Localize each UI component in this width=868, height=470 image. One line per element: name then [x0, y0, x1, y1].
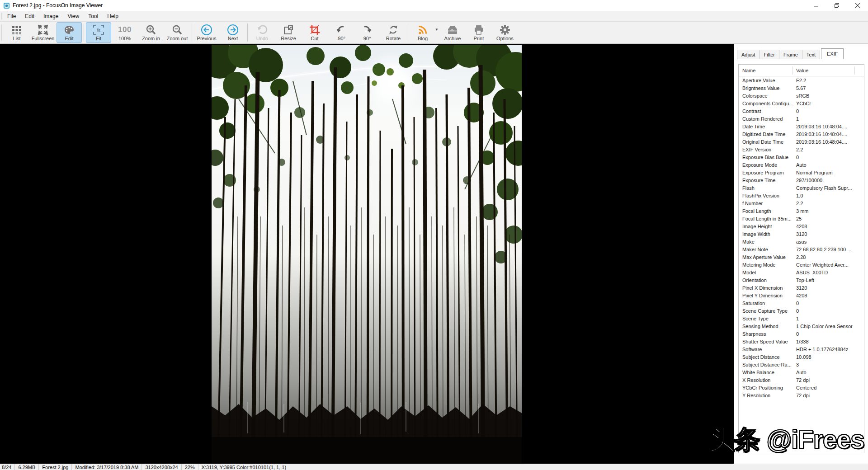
rotate-button[interactable]: Rotate [381, 22, 406, 43]
image-canvas[interactable] [0, 44, 734, 464]
zoom-in-button[interactable]: Zoom in [138, 22, 164, 43]
exif-column-header-name[interactable]: Name [739, 66, 793, 75]
exif-name-cell: Y Resolution [739, 393, 793, 398]
exif-value-cell: Compulsory Flash Supr... [793, 185, 864, 191]
print-button[interactable]: Print [466, 22, 491, 43]
fullscreen-button[interactable]: Fullscreen [30, 22, 56, 43]
exif-value-cell: 4208 [793, 224, 864, 229]
exif-row[interactable]: Model ASUS_X00TD [739, 268, 864, 276]
exif-value-cell: 1 [793, 116, 864, 122]
resize-button[interactable]: Resize [276, 22, 301, 43]
exif-row[interactable]: X Resolution 72 dpi [739, 376, 864, 384]
exif-name-cell: Subject Distance Ra... [739, 362, 793, 367]
menu-tool[interactable]: Tool [84, 11, 103, 21]
exif-row[interactable]: Scene Capture Type 0 [739, 307, 864, 315]
exif-column-header-value[interactable]: Value [793, 66, 855, 75]
tab-frame[interactable]: Frame [779, 50, 802, 59]
tab-filter[interactable]: Filter [760, 50, 779, 59]
exif-value-cell: 297/100000 [793, 178, 864, 183]
exif-row[interactable]: Original Date Time 2019:03:16 10:48:04..… [739, 138, 864, 146]
next-button[interactable]: Next [220, 22, 245, 43]
exif-row[interactable]: Exposure Mode Auto [739, 161, 864, 169]
blog-button[interactable]: Blog [410, 22, 435, 43]
close-button[interactable] [847, 0, 868, 11]
tab-adjust[interactable]: Adjust [737, 50, 760, 59]
exif-row[interactable]: FlashPix Version 1.0 [739, 192, 864, 199]
menu-edit[interactable]: Edit [20, 11, 39, 21]
exif-row[interactable]: Saturation 0 [739, 299, 864, 307]
exif-row[interactable]: Aperture Value F2.2 [739, 76, 864, 84]
zoom-out-button[interactable]: Zoom out [165, 22, 190, 43]
exif-name-cell: Scene Capture Type [739, 308, 793, 314]
exif-row[interactable]: Y Resolution 72 dpi [739, 391, 864, 399]
exif-row[interactable]: Digitized Date Time 2019:03:16 10:48:04.… [739, 130, 864, 138]
exif-row[interactable]: Software HDR + 1.0.177624884z [739, 345, 864, 353]
exif-row[interactable]: Flash Compulsory Flash Supr... [739, 184, 864, 192]
exif-row[interactable]: Focal Length 3 mm [739, 207, 864, 215]
previous-button[interactable]: Previous [194, 22, 219, 43]
archive-button[interactable]: Archive [440, 22, 465, 43]
zoom-level-button[interactable]: 100 100% [112, 22, 137, 43]
exif-row[interactable]: Colorspace sRGB [739, 92, 864, 99]
exif-row[interactable]: YCbCr Positioning Centered [739, 384, 864, 391]
exif-row[interactable]: White Balance Auto [739, 368, 864, 376]
exif-row[interactable]: Components Configu... YCbCr [739, 99, 864, 107]
exif-row[interactable]: Subject Distance 10.098 [739, 353, 864, 361]
menu-file[interactable]: File [3, 11, 20, 21]
exif-value-cell: 2.28 [793, 254, 864, 260]
fullscreen-icon [38, 24, 48, 36]
exif-row[interactable]: Image Width 3120 [739, 230, 864, 238]
exif-row[interactable]: Brigntness Value 5.67 [739, 84, 864, 92]
tab-exif[interactable]: EXIF [821, 48, 844, 59]
exif-row[interactable]: Max Aperture Value 2.28 [739, 253, 864, 261]
exif-row[interactable]: Date Time 2019:03:16 10:48:04.... [739, 122, 864, 130]
rotate-cw-button[interactable]: 90° [354, 22, 380, 43]
exif-row[interactable]: Custom Rendered 1 [739, 115, 864, 122]
exif-row[interactable]: Pixel X Dimension 3120 [739, 284, 864, 291]
restore-button[interactable] [826, 0, 847, 11]
toolbar-label: Edit [65, 36, 74, 42]
options-button[interactable]: Options [492, 22, 518, 43]
list-button[interactable]: List [4, 22, 29, 43]
exif-row[interactable]: Exposure Bias Balue 0 [739, 153, 864, 161]
exif-name-cell: Model [739, 270, 793, 275]
exif-row[interactable]: Sensing Method 1 Chip Color Area Sensor [739, 322, 864, 330]
menu-image[interactable]: Image [39, 11, 63, 21]
exif-row[interactable]: Exposure Program Normal Program [739, 169, 864, 176]
exif-row[interactable]: Shutter Speed Value 1/338 [739, 338, 864, 345]
zoom-level-text: 100 [118, 25, 132, 34]
exif-row[interactable]: EXIF Version 2.2 [739, 146, 864, 153]
exif-row[interactable]: Metering Mode Center Weighted Aver... [739, 261, 864, 268]
fit-button[interactable]: fit Fit [86, 22, 111, 43]
rotate-ccw-button[interactable]: -90° [328, 22, 354, 43]
exif-row[interactable]: Scene Type 1 [739, 315, 864, 322]
menu-view[interactable]: View [63, 11, 84, 21]
exif-row[interactable]: Orientation Top-Left [739, 276, 864, 284]
exif-row[interactable]: Make asus [739, 238, 864, 245]
exif-row[interactable]: Image Height 4208 [739, 222, 864, 230]
toolbar-label: Fullscreen [32, 36, 55, 42]
edit-button[interactable]: Edit [57, 22, 82, 43]
exif-row[interactable]: f Number 2.2 [739, 199, 864, 207]
menu-help[interactable]: Help [103, 11, 123, 21]
exif-row[interactable]: Pixel Y Dimension 4208 [739, 291, 864, 299]
exif-value-cell: 10.098 [793, 354, 864, 360]
exif-value-cell: sRGB [793, 93, 864, 99]
blog-dropdown-arrow-icon[interactable]: ▼ [435, 28, 439, 32]
exif-row[interactable]: Focal Length in 35m... 25 [739, 215, 864, 222]
exif-row[interactable]: Exposure Time 297/100000 [739, 176, 864, 184]
cut-button[interactable]: Cut [302, 22, 327, 43]
exif-name-cell: Orientation [739, 277, 793, 283]
exif-row[interactable]: Subject Distance Ra... 3 [739, 361, 864, 368]
svg-text:fit: fit [97, 28, 100, 33]
exif-value-cell: Auto [793, 370, 864, 375]
exif-row[interactable]: Sharpness 0 [739, 330, 864, 338]
exif-row[interactable]: Contrast 0 [739, 107, 864, 115]
exif-name-cell: Aperture Value [739, 78, 793, 83]
exif-row[interactable]: Maker Note 72 68 82 80 2 239 100 ... [739, 245, 864, 253]
tab-text[interactable]: Text [802, 50, 820, 59]
exif-value-cell: 0 [793, 301, 864, 306]
rotate-cw-icon [362, 24, 373, 36]
minimize-button[interactable] [806, 0, 826, 11]
toolbar-label: Zoom in [142, 36, 160, 42]
